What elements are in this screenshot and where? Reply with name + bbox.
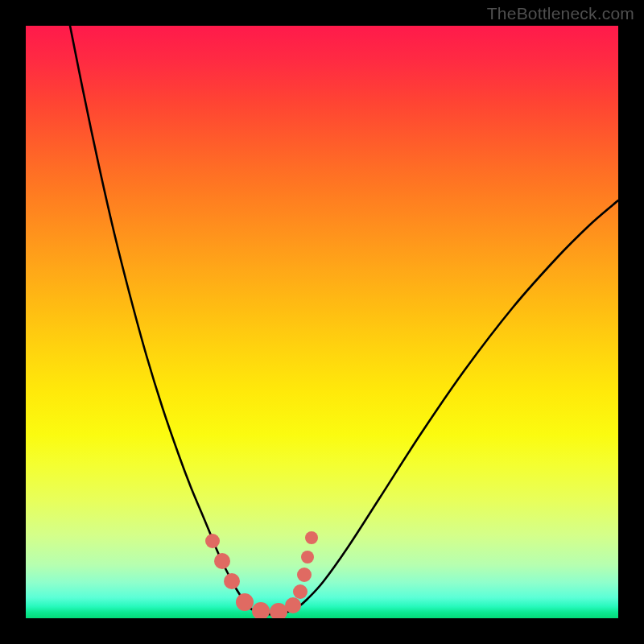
marker-dot: [224, 573, 240, 589]
chart-frame: TheBottleneck.com: [0, 0, 644, 644]
marker-dot: [205, 534, 220, 548]
watermark-text: TheBottleneck.com: [487, 4, 634, 23]
curve-line: [70, 26, 618, 614]
marker-dot: [252, 602, 270, 618]
marker-dot: [297, 568, 312, 582]
marker-dot: [270, 603, 287, 618]
marker-dot: [301, 551, 314, 564]
plot-area: [26, 26, 618, 618]
marker-dot: [293, 584, 308, 599]
marker-dot: [305, 531, 318, 544]
marker-dot: [236, 593, 254, 611]
marker-dot: [214, 553, 230, 569]
chart-svg: [26, 26, 618, 618]
marker-dot: [285, 597, 301, 613]
